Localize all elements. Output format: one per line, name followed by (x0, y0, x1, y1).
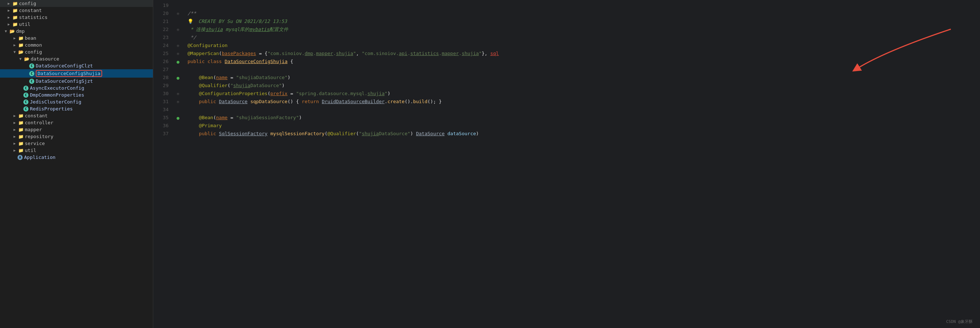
tree-item-datasource[interactable]: ▼ 📂 datasource (0, 55, 153, 62)
class-icon: C (23, 100, 29, 105)
class-icon: C (23, 86, 29, 91)
gutter-19 (172, 2, 185, 10)
tree-label: config (25, 49, 42, 55)
line-num-24: 24 (153, 41, 169, 49)
tree-item-bean[interactable]: ▶ 📁 bean (0, 35, 153, 41)
folder-icon: 📂 (18, 49, 24, 55)
tree-label: statistics (19, 14, 48, 20)
line-num-19: 19 (153, 2, 169, 10)
arrow-icon: ▶ (12, 114, 18, 118)
gutter-34 (172, 106, 185, 114)
line-numbers: 19 20 21 22 23 24 25 26 27 28 29 30 31 3… (153, 0, 172, 328)
tree-item-config-top[interactable]: ▶ 📁 config (0, 0, 153, 7)
line-num-20: 20 (153, 10, 169, 17)
tree-label: Application (24, 155, 56, 160)
line-num-31: 31 (153, 98, 169, 106)
tree-label: repository (25, 134, 53, 139)
gutter-27 (172, 66, 185, 74)
tree-item-util[interactable]: ▶ 📁 util (0, 21, 153, 28)
gutter-36 (172, 122, 185, 130)
file-tree[interactable]: ▶ 📁 config ▶ 📁 constant ▶ 📁 statistics ▶… (0, 0, 153, 328)
arrow-icon: ▼ (3, 29, 9, 33)
tree-label: constant (19, 8, 42, 13)
tree-item-config-dmp[interactable]: ▼ 📂 config (0, 49, 153, 55)
tree-label: datasource (31, 56, 59, 62)
code-line-22: * 连接shujia mysql库的mybatis配置文件 (188, 25, 980, 33)
code-line-23: */ (188, 33, 980, 41)
tree-label: common (25, 42, 42, 48)
annotation-configuration: @Configuration (188, 43, 228, 48)
tree-item-constant[interactable]: ▶ 📁 constant (0, 7, 153, 14)
gutter-23 (172, 33, 185, 41)
arrow-icon: ▼ (12, 50, 18, 54)
code-line-25: @MapperScan(basePackages = {"com.sinoiov… (188, 49, 980, 58)
arrow-icon: ▶ (12, 148, 18, 152)
tree-item-util-dmp[interactable]: ▶ 📁 util (0, 147, 153, 154)
bulb-icon: 💡 (188, 19, 193, 24)
watermark: CSDN @象牙酥 (946, 319, 973, 324)
tree-label: dmp (16, 29, 24, 34)
folder-icon: 📂 (23, 57, 30, 62)
tree-label: controller (25, 120, 53, 125)
folder-icon: 📁 (12, 1, 18, 6)
line-num-27: 27 (153, 66, 169, 74)
arrow-icon: ▶ (6, 2, 12, 5)
tree-item-dmp-common-properties[interactable]: C DmpCommonProperties (0, 92, 153, 98)
tree-label: DataSourceConfigShujia (36, 70, 102, 77)
gutter-37 (172, 130, 185, 138)
line-num-29: 29 (153, 82, 169, 90)
code-line-29: @Qualifier("shujiaDataSource") (188, 82, 980, 90)
tree-item-redis-properties[interactable]: C RedisProperties (0, 105, 153, 112)
code-editor[interactable]: 19 20 21 22 23 24 25 26 27 28 29 30 31 3… (153, 0, 980, 328)
arrow-icon: ▶ (6, 15, 12, 19)
tree-item-datasource-config-clzt[interactable]: C DataSourceConfigClzt (0, 62, 153, 69)
tree-item-datasource-config-shujia[interactable]: C DataSourceConfigShujia (0, 69, 153, 78)
tree-item-jedis-cluster-config[interactable]: C JedisClusterConfig (0, 98, 153, 105)
code-line-27 (188, 66, 980, 74)
code-line-21: 💡 CREATE BY Su ON 2021/8/12 13:53 (188, 17, 980, 25)
comment-end: */ (188, 35, 196, 40)
class-icon: A (18, 155, 22, 160)
tree-item-mapper[interactable]: ▶ 📁 mapper (0, 126, 153, 133)
arrow-icon: ▶ (12, 120, 18, 125)
tree-item-async-executor-config[interactable]: C AsyncExecutorConfig (0, 84, 153, 92)
class-icon: C (23, 93, 29, 98)
tree-label: DataSourceConfigSjzt (36, 78, 93, 84)
tree-item-application[interactable]: A Application (0, 154, 153, 161)
folder-icon: 📁 (18, 36, 24, 41)
gutter-35: ● (172, 114, 185, 122)
comment-create: CREATE BY Su ON 2021/8/12 13:53 (199, 19, 287, 24)
tree-label: service (25, 141, 45, 146)
code-line-24: @Configuration (188, 41, 980, 49)
comment-start: /** (188, 11, 196, 16)
tree-item-service[interactable]: ▶ 📁 service (0, 140, 153, 147)
tree-label: util (25, 147, 36, 153)
line-num-36: 36 (153, 122, 169, 130)
folder-icon: 📁 (12, 15, 18, 20)
line-num-22: 22 (153, 25, 169, 33)
code-line-31: public DataSource sqpDataSource() { retu… (188, 98, 980, 106)
folder-icon: 📁 (18, 127, 24, 132)
code-line-36: @Primary (188, 122, 980, 130)
gutter-31: ⊖ (172, 98, 185, 106)
tree-item-dmp[interactable]: ▼ 📂 dmp (0, 28, 153, 35)
tree-label: constant (25, 113, 48, 119)
folder-icon: 📁 (18, 120, 24, 125)
tree-item-common[interactable]: ▶ 📁 common (0, 41, 153, 49)
arrow-icon: ▼ (18, 57, 23, 61)
tree-item-repository[interactable]: ▶ 📁 repository (0, 133, 153, 140)
arrow-icon: ▶ (12, 128, 18, 132)
code-line-35: @Bean(name = "shujiaSessionFactory") (188, 114, 980, 122)
tree-item-constant-dmp[interactable]: ▶ 📁 constant (0, 112, 153, 119)
folder-icon: 📁 (18, 141, 24, 146)
line-num-21: 21 (153, 17, 169, 25)
arrow-icon: ▶ (6, 22, 12, 26)
gutter-22: ⊖ (172, 25, 185, 33)
tree-item-controller[interactable]: ▶ 📁 controller (0, 119, 153, 126)
tree-item-datasource-config-sjzt[interactable]: C DataSourceConfigSjzt (0, 78, 153, 84)
code-lines-container: 19 20 21 22 23 24 25 26 27 28 29 30 31 3… (153, 0, 980, 328)
tree-item-statistics[interactable]: ▶ 📁 statistics (0, 14, 153, 21)
code-line-37: public SqlSessionFactory mysqlSessionFac… (188, 130, 980, 138)
gutter-20: ⊖ (172, 10, 185, 17)
arrow-icon: ▶ (12, 141, 18, 146)
